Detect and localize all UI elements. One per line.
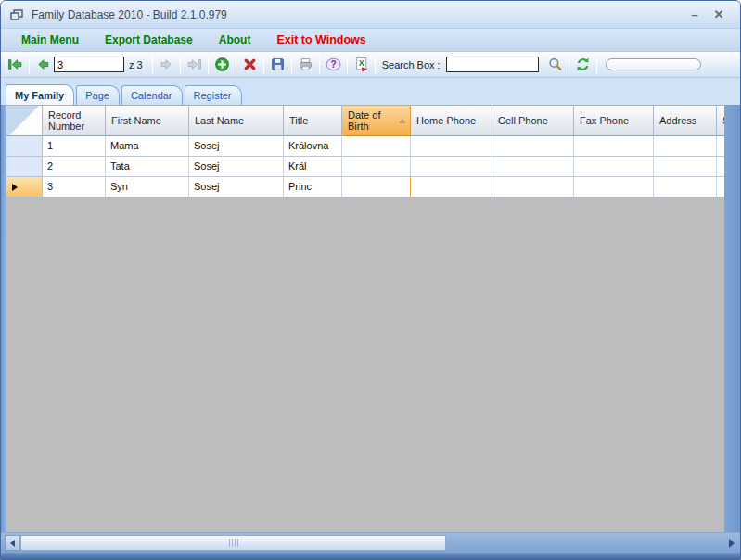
- scroll-right-button[interactable]: [729, 539, 735, 548]
- cell-title[interactable]: Královna: [284, 136, 342, 157]
- menu-item-main-menu[interactable]: Main Menu: [21, 33, 79, 46]
- toolbar: z 3: [1, 52, 740, 78]
- cell-state[interactable]: [717, 157, 724, 177]
- cell-date-of-birth[interactable]: [342, 136, 411, 157]
- row-indicator-cell[interactable]: [6, 157, 43, 177]
- tab-strip: My Family Page Calendar Register: [1, 78, 740, 105]
- previous-record-button[interactable]: [32, 56, 54, 74]
- cell-last-name[interactable]: Sosej: [189, 136, 284, 157]
- menu-item-exit-to-windows[interactable]: Exit to Windows: [276, 33, 365, 46]
- scroll-left-icon: [10, 540, 15, 547]
- save-button[interactable]: [267, 56, 288, 74]
- svg-text:X: X: [358, 58, 364, 68]
- horizontal-scrollbar-thumb[interactable]: [20, 535, 446, 551]
- column-header-cell-phone[interactable]: Cell Phone: [492, 106, 574, 136]
- app-icon: [9, 7, 24, 22]
- cell-record-number[interactable]: 3: [43, 177, 106, 197]
- record-total-label: z 3: [129, 59, 143, 70]
- table-row-selected[interactable]: 3 Syn Sosej Princ: [6, 177, 724, 197]
- minimize-button[interactable]: –: [683, 1, 707, 29]
- data-grid: Record Number First Name Last Name Title…: [6, 105, 724, 532]
- column-header-last-name[interactable]: Last Name: [189, 106, 284, 136]
- cell-last-name[interactable]: Sosej: [189, 157, 284, 177]
- column-header-address[interactable]: Address: [654, 106, 717, 136]
- cell-home-phone[interactable]: [411, 177, 492, 197]
- table-row[interactable]: 2 Tata Sosej Král: [6, 157, 724, 177]
- grid-area: Record Number First Name Last Name Title…: [1, 105, 740, 532]
- column-header-state[interactable]: St: [717, 106, 724, 136]
- print-button[interactable]: [295, 56, 316, 74]
- cell-record-number[interactable]: 2: [43, 157, 106, 177]
- scroll-left-button[interactable]: [5, 535, 20, 551]
- cell-first-name[interactable]: Tata: [106, 157, 189, 177]
- tab-page[interactable]: Page: [76, 85, 120, 105]
- cell-date-of-birth[interactable]: [342, 157, 411, 177]
- cell-fax-phone[interactable]: [574, 177, 654, 197]
- cell-fax-phone[interactable]: [574, 157, 654, 177]
- last-record-icon: [186, 57, 202, 72]
- column-header-home-phone[interactable]: Home Phone: [411, 106, 492, 136]
- cell-state[interactable]: [717, 136, 724, 157]
- menu-item-about[interactable]: About: [219, 33, 251, 46]
- help-button[interactable]: ?: [323, 56, 344, 74]
- cell-record-number[interactable]: 1: [43, 136, 106, 157]
- cell-fax-phone[interactable]: [574, 136, 654, 157]
- cell-last-name[interactable]: Sosej: [189, 177, 284, 197]
- record-number-input[interactable]: [54, 57, 124, 72]
- cell-cell-phone[interactable]: [492, 177, 574, 197]
- last-record-button[interactable]: [184, 56, 205, 74]
- previous-record-icon: [35, 57, 51, 72]
- help-icon: ?: [326, 57, 341, 72]
- save-icon: [270, 57, 286, 72]
- horizontal-scrollbar[interactable]: [1, 532, 740, 553]
- add-record-icon: [214, 57, 230, 72]
- cell-cell-phone[interactable]: [492, 136, 574, 157]
- svg-text:?: ?: [330, 59, 336, 70]
- tab-calendar[interactable]: Calendar: [121, 85, 183, 105]
- delete-record-button[interactable]: [239, 56, 261, 74]
- toolbar-separator: [596, 57, 597, 73]
- add-record-button[interactable]: [211, 56, 233, 74]
- row-indicator-cell[interactable]: [6, 136, 43, 157]
- column-header-record-number[interactable]: Record Number: [43, 106, 106, 136]
- current-row-pointer-icon: [12, 184, 18, 191]
- cell-date-of-birth-current[interactable]: [342, 177, 411, 197]
- cell-cell-phone[interactable]: [492, 157, 574, 177]
- column-header-title[interactable]: Title: [284, 106, 342, 136]
- cell-first-name[interactable]: Syn: [106, 177, 189, 197]
- grid-corner-cell[interactable]: [6, 106, 43, 136]
- search-input[interactable]: [446, 57, 539, 72]
- cell-address[interactable]: [654, 157, 717, 177]
- toolbar-separator: [291, 57, 292, 73]
- first-record-button[interactable]: [5, 56, 26, 74]
- cell-home-phone[interactable]: [411, 136, 492, 157]
- cell-home-phone[interactable]: [411, 157, 492, 177]
- column-header-date-of-birth[interactable]: Date of Birth: [342, 106, 411, 136]
- column-header-first-name[interactable]: First Name: [106, 106, 189, 136]
- cell-title[interactable]: Král: [284, 157, 342, 177]
- search-icon: [547, 57, 563, 72]
- cell-title[interactable]: Princ: [284, 177, 342, 197]
- tab-register[interactable]: Register: [185, 85, 242, 105]
- toolbar-separator: [152, 57, 153, 73]
- search-box-label: Search Box :: [382, 59, 441, 70]
- grid-header-row: Record Number First Name Last Name Title…: [6, 106, 724, 136]
- cell-first-name[interactable]: Mama: [106, 136, 189, 157]
- row-indicator-cell-selected[interactable]: [6, 177, 43, 197]
- next-record-button[interactable]: [156, 56, 177, 74]
- table-row[interactable]: 1 Mama Sosej Královna: [6, 136, 724, 157]
- export-excel-button[interactable]: X: [351, 56, 372, 74]
- menu-item-export-database[interactable]: Export Database: [105, 33, 193, 46]
- cell-state[interactable]: [717, 177, 724, 197]
- cell-address[interactable]: [654, 136, 717, 157]
- close-button[interactable]: ✕: [707, 1, 731, 29]
- first-record-icon: [7, 57, 23, 72]
- refresh-button[interactable]: [572, 56, 594, 74]
- column-header-fax-phone[interactable]: Fax Phone: [574, 106, 654, 136]
- tab-my-family[interactable]: My Family: [6, 84, 74, 105]
- search-button[interactable]: [544, 56, 566, 74]
- window-bottom-border: [1, 553, 740, 559]
- next-record-icon: [159, 57, 174, 72]
- app-window: Family Database 2010 - Build 2.1.0.979 –…: [0, 0, 741, 560]
- cell-address[interactable]: [654, 177, 717, 197]
